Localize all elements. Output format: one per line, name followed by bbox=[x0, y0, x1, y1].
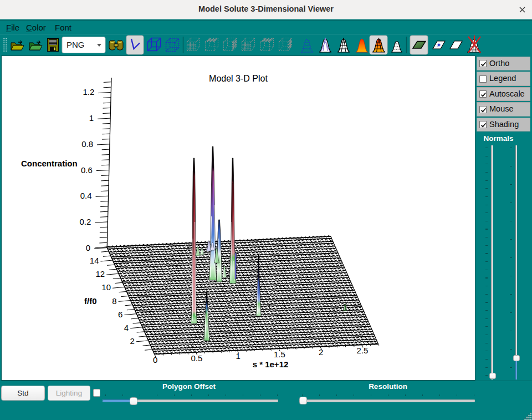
svg-text:PNG: PNG bbox=[66, 40, 85, 49]
svg-text:Concentration: Concentration bbox=[21, 159, 78, 168]
svg-text:0: 0 bbox=[153, 355, 157, 365]
svg-text:1: 1 bbox=[89, 113, 94, 123]
svg-text:0.4: 0.4 bbox=[80, 191, 92, 200]
svg-text:0.2: 0.2 bbox=[80, 217, 91, 226]
svg-text:2: 2 bbox=[130, 336, 135, 346]
svg-text:12: 12 bbox=[96, 269, 105, 279]
svg-text:0: 0 bbox=[86, 243, 90, 252]
svg-text:4: 4 bbox=[124, 323, 129, 332]
svg-text:2.5: 2.5 bbox=[357, 346, 369, 355]
svg-text:f/f0: f/f0 bbox=[84, 296, 97, 306]
svg-text:1.5: 1.5 bbox=[274, 350, 285, 359]
svg-text:Model 3-D Plot: Model 3-D Plot bbox=[209, 74, 268, 83]
svg-text:0.8: 0.8 bbox=[81, 139, 93, 149]
svg-text:0.5: 0.5 bbox=[191, 353, 202, 363]
svg-text:14: 14 bbox=[90, 256, 99, 265]
svg-text:1.2: 1.2 bbox=[83, 87, 94, 97]
svg-text:s * 1e+12: s * 1e+12 bbox=[253, 360, 289, 369]
svg-text:6: 6 bbox=[118, 310, 122, 319]
svg-text:8: 8 bbox=[112, 296, 116, 306]
svg-text:0.6: 0.6 bbox=[81, 165, 93, 175]
svg-text:1: 1 bbox=[236, 351, 241, 361]
svg-text:10: 10 bbox=[101, 282, 111, 292]
svg-text:2: 2 bbox=[319, 347, 323, 357]
